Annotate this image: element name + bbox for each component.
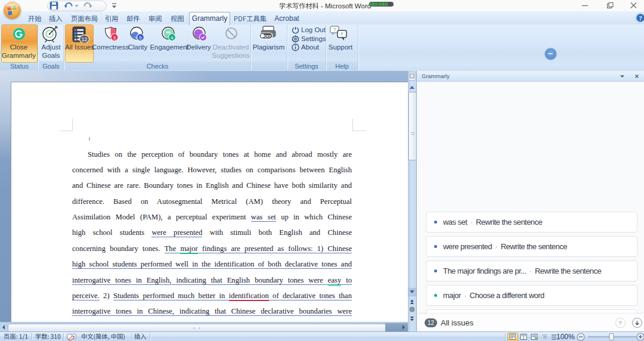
svg-text:12: 12 [81, 36, 87, 42]
svg-text:?: ? [333, 27, 336, 33]
svg-text:3: 3 [113, 35, 116, 41]
svg-text:4: 4 [171, 35, 174, 41]
svg-text:5: 5 [139, 35, 142, 41]
svg-text:OFF: OFF [264, 35, 271, 38]
svg-text:?: ? [639, 15, 642, 21]
